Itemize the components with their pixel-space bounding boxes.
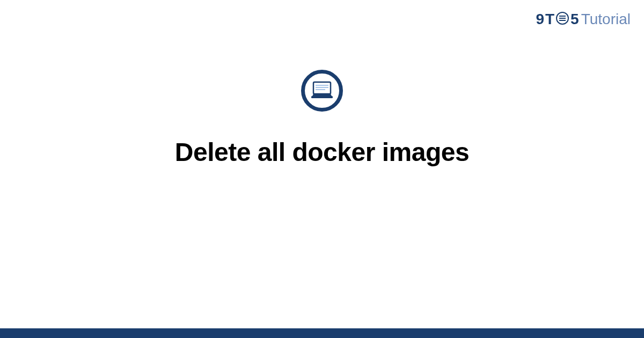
brand-tutorial: Tutorial: [581, 11, 631, 28]
laptop-icon: [310, 81, 334, 100]
page-title: Delete all docker images: [175, 137, 469, 167]
brand-header: 9 T 5 Tutorial: [536, 11, 631, 28]
main-content: Delete all docker images: [0, 70, 644, 167]
brand-nine: 9: [536, 11, 544, 28]
brand-five: 5: [570, 11, 579, 28]
page-icon-circle: [301, 70, 343, 112]
footer-bar: [0, 328, 644, 338]
brand-t-letter: T: [545, 11, 554, 28]
svg-rect-4: [311, 96, 333, 98]
brand-circle-icon: [556, 12, 569, 25]
